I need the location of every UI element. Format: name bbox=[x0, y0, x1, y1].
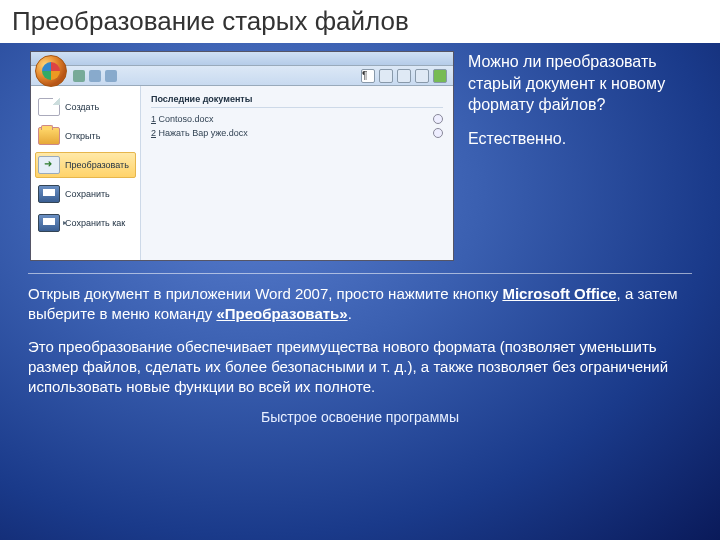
toolbar-icon-1[interactable] bbox=[379, 69, 393, 83]
paragraph-2: Это преобразование обеспечивает преимуще… bbox=[28, 337, 680, 398]
menu-item-new[interactable]: Создать bbox=[35, 94, 136, 120]
recent-doc-name: Нажать Вар уже.docx bbox=[159, 128, 248, 138]
p1-e: . bbox=[348, 305, 352, 322]
recent-doc-num: 2 bbox=[151, 128, 156, 138]
qat-undo-icon[interactable] bbox=[89, 70, 101, 82]
recent-doc-row[interactable]: 2 Нажать Вар уже.docx bbox=[151, 126, 443, 140]
paragraph-marks-icon[interactable]: ¶ bbox=[361, 69, 375, 83]
qat-save-icon[interactable] bbox=[73, 70, 85, 82]
side-callout: Можно ли преобразовать старый документ к… bbox=[468, 51, 688, 149]
toolbar-icon-2[interactable] bbox=[397, 69, 411, 83]
new-file-icon bbox=[38, 98, 60, 116]
save-disk-icon bbox=[38, 185, 60, 203]
p1-a: Открыв документ в приложении Word 2007, … bbox=[28, 285, 502, 302]
menu-item-saveas[interactable]: Сохранить как bbox=[35, 210, 136, 236]
app-titlebar bbox=[31, 52, 453, 66]
quick-access-toolbar: ¶ bbox=[31, 66, 453, 86]
menu-label-new: Создать bbox=[65, 102, 99, 112]
menu-label-save: Сохранить bbox=[65, 189, 110, 199]
slide-title: Преобразование старых файлов bbox=[0, 0, 720, 43]
callout-answer: Естественно. bbox=[468, 128, 688, 150]
p1-b: Microsoft Office bbox=[502, 285, 616, 302]
menu-item-open[interactable]: Открыть bbox=[35, 123, 136, 149]
office-menu-panel: Создать Открыть Преобразовать Сохранить … bbox=[31, 86, 453, 260]
office-app-screenshot: ¶ Создать Открыть Преобразовать bbox=[30, 51, 454, 261]
pin-icon[interactable] bbox=[433, 128, 443, 138]
recent-doc-row[interactable]: 1 Contoso.docx bbox=[151, 112, 443, 126]
body-text: Открыв документ в приложении Word 2007, … bbox=[0, 284, 720, 397]
recent-doc-num: 1 bbox=[151, 114, 156, 124]
menu-label-convert: Преобразовать bbox=[65, 160, 129, 170]
toolbar-icon-3[interactable] bbox=[415, 69, 429, 83]
paragraph-1: Открыв документ в приложении Word 2007, … bbox=[28, 284, 680, 325]
recent-docs-panel: Последние документы 1 Contoso.docx 2 Наж… bbox=[141, 86, 453, 260]
menu-item-save[interactable]: Сохранить bbox=[35, 181, 136, 207]
pin-icon[interactable] bbox=[433, 114, 443, 124]
slide-footer: Быстрое освоение программы bbox=[0, 409, 720, 425]
office-button[interactable] bbox=[35, 55, 67, 87]
convert-icon bbox=[38, 156, 60, 174]
menu-item-convert[interactable]: Преобразовать bbox=[35, 152, 136, 178]
toolbar-icon-4[interactable] bbox=[433, 69, 447, 83]
callout-question: Можно ли преобразовать старый документ к… bbox=[468, 51, 688, 116]
p1-d: «Преобразовать» bbox=[216, 305, 347, 322]
open-folder-icon bbox=[38, 127, 60, 145]
menu-label-open: Открыть bbox=[65, 131, 100, 141]
top-row: ¶ Создать Открыть Преобразовать bbox=[0, 43, 720, 261]
office-left-menu: Создать Открыть Преобразовать Сохранить … bbox=[31, 86, 141, 260]
recent-doc-name: Contoso.docx bbox=[159, 114, 214, 124]
save-as-disk-icon bbox=[38, 214, 60, 232]
menu-label-saveas: Сохранить как bbox=[65, 218, 125, 228]
qat-redo-icon[interactable] bbox=[105, 70, 117, 82]
recent-docs-header: Последние документы bbox=[151, 94, 443, 108]
divider bbox=[28, 273, 692, 274]
